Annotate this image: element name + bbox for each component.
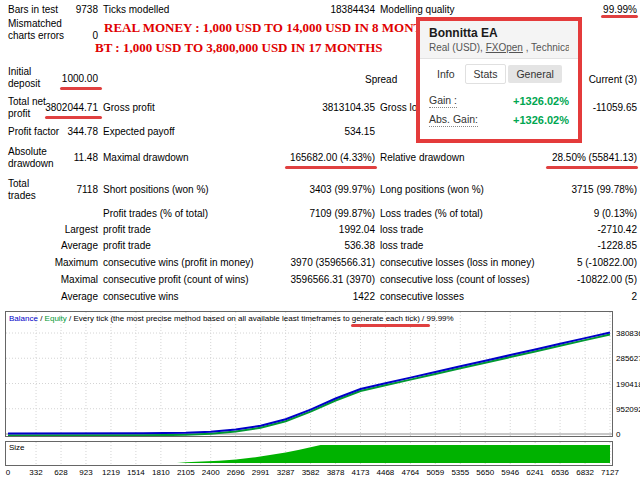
tab-general[interactable]: General <box>508 65 561 83</box>
stat-value-max-consec-profit: 3596566.31 (3970) <box>290 274 375 285</box>
stat-value-initial-deposit: 1000.00 <box>62 73 98 84</box>
stat-label-spread: Spread <box>365 74 397 85</box>
stat-value-relative-drawdown: 28.50% (55841.13) <box>552 152 637 163</box>
x-axis-label: 923 <box>79 468 92 477</box>
x-axis-label: 628 <box>54 468 67 477</box>
stat-label-max-consec-loss: consecutive loss (count of losses) <box>380 274 530 285</box>
x-axis-label: 4173 <box>352 468 370 477</box>
gain-row: Gain : +1326.02% <box>429 94 569 108</box>
stat-label-avg: Average <box>61 291 98 302</box>
stat-label-average-loss: loss trade <box>380 240 423 251</box>
x-axis-label: 6832 <box>576 468 594 477</box>
lot-size-plot <box>6 442 612 465</box>
stat-value-spread-current: Current (3) <box>589 74 637 85</box>
widget-body: Gain : +1326.02% Abs. Gain: +1326.02% <box>420 84 578 127</box>
stat-label-largest-profit: profit trade <box>103 224 151 235</box>
x-axis-label: 4764 <box>401 468 419 477</box>
stat-value-loss-trades: 9 (0.13%) <box>594 208 637 219</box>
tab-stats[interactable]: Stats <box>465 64 507 84</box>
stat-value-long-positions: 3715 (99.78%) <box>571 184 637 195</box>
widget-tabs: Info Stats General <box>420 59 578 84</box>
stat-label-modelling-quality: Modelling quality <box>380 4 455 15</box>
abs-gain-value: +1326.02% <box>513 114 569 126</box>
stat-value-total-trades: 7118 <box>76 184 98 195</box>
abs-gain-label[interactable]: Abs. Gain: <box>429 113 478 127</box>
stat-label-gross-profit: Gross profit <box>103 102 155 113</box>
legend-method: / Every tick (the most precise method ba… <box>67 314 454 323</box>
x-axis-label: 5059 <box>426 468 444 477</box>
annotation-real-money: REAL MONEY : 1,000 USD TO 14,000 USD IN … <box>104 20 440 36</box>
stat-label-bars-in-test: Bars in test <box>8 4 72 16</box>
x-axis-label: 332 <box>29 468 42 477</box>
y-axis-label: 1904183 <box>616 380 640 389</box>
stat-label-long-positions: Long positions (won %) <box>380 184 484 195</box>
gain-label[interactable]: Gain : <box>429 94 457 108</box>
y-axis-label: 3808366 <box>616 329 640 338</box>
stat-value-max-consec-losses: 5 (-10822.00) <box>577 257 637 268</box>
balance-line <box>8 333 610 434</box>
stat-label-maximum: Maximum <box>55 257 98 268</box>
broker-link[interactable]: FXOpen <box>486 42 523 53</box>
stat-label-relative-drawdown: Relative drawdown <box>380 152 465 163</box>
stat-value-total-net-profit: 3802044.71 <box>45 102 98 113</box>
myfxbook-widget: Bonnitta EA Real (USD), FXOpen , Technic… <box>416 17 582 143</box>
stat-label-profit-trades: Profit trades (% of total) <box>103 208 208 219</box>
red-underline-legend <box>351 324 430 327</box>
stat-label-max-consec-wins: consecutive wins (profit in money) <box>103 257 254 268</box>
stat-value-bars-in-test: 9738 <box>76 4 98 15</box>
x-axis-label: 2105 <box>177 468 195 477</box>
legend-sep: / <box>38 314 45 323</box>
stat-value-profit-trades: 7109 (99.87%) <box>309 208 375 219</box>
tab-info[interactable]: Info <box>429 65 463 83</box>
strategy-tester-report: Bars in test 9738 Ticks modelled 1838443… <box>0 0 640 480</box>
chart-legend: Balance / Equity / Every tick (the most … <box>9 314 454 323</box>
stat-label-average: Average <box>61 240 98 251</box>
x-axis-label: 3582 <box>302 468 320 477</box>
annotation-backtest: BT : 1,000 USD TO 3,800,000 USD IN 17 MO… <box>95 40 383 56</box>
x-axis-label: 7127 <box>601 468 619 477</box>
stat-label-absolute-drawdown: Absolute drawdown <box>8 146 58 170</box>
stat-value-modelling-quality: 99.99% <box>603 4 637 15</box>
x-axis-label: 2400 <box>202 468 220 477</box>
x-axis-label: 5355 <box>451 468 469 477</box>
stat-value-ticks-modelled: 18384434 <box>331 4 376 15</box>
stat-value-largest-profit: 1992.04 <box>339 224 375 235</box>
stat-label-max-consec-profit: consecutive profit (count of wins) <box>103 274 249 285</box>
x-axis-label: 6536 <box>551 468 569 477</box>
gain-value: +1326.02% <box>513 95 569 107</box>
x-axis-label: 0 <box>6 468 10 477</box>
stat-label-largest-loss: loss trade <box>380 224 423 235</box>
red-underline-total-net-profit <box>45 116 102 119</box>
lot-size-area <box>8 445 610 463</box>
equity-line <box>8 335 610 436</box>
stat-label-avg-consec-losses: consecutive losses <box>380 291 464 302</box>
x-axis-label: 1219 <box>102 468 120 477</box>
x-axis-label: 5946 <box>501 468 519 477</box>
legend-balance: Balance <box>9 314 38 323</box>
stat-label-loss-trades: Loss trades (% of total) <box>380 208 483 219</box>
balance-chart-plot <box>6 312 612 436</box>
balance-chart <box>5 311 613 437</box>
widget-subtitle: Real (USD), FXOpen , Technical , Auto <box>429 42 569 53</box>
stat-value-average-profit: 536.38 <box>344 240 375 251</box>
x-axis-label: 1514 <box>127 468 145 477</box>
y-axis-label: 952092 <box>616 405 640 414</box>
stat-value-absolute-drawdown: 11.48 <box>74 152 98 163</box>
widget-title: Bonnitta EA <box>429 26 569 40</box>
x-axis-label: 1810 <box>152 468 170 477</box>
red-underline-modelling-quality <box>601 15 638 18</box>
stat-value-short-positions: 3403 (99.97%) <box>309 184 375 195</box>
stat-label-maximal: Maximal <box>61 274 98 285</box>
stat-label-total-trades: Total trades <box>8 178 52 202</box>
stat-label-largest: Largest <box>65 224 98 235</box>
widget-header: Bonnitta EA Real (USD), FXOpen , Technic… <box>420 21 578 59</box>
stat-value-max-consec-wins: 3970 (3596566.31) <box>290 257 375 268</box>
stat-label-short-positions: Short positions (won %) <box>103 184 209 195</box>
abs-gain-row: Abs. Gain: +1326.02% <box>429 113 569 127</box>
stat-label-maximal-drawdown: Maximal drawdown <box>103 152 189 163</box>
x-axis-label: 5650 <box>476 468 494 477</box>
stat-value-expected-payoff: 534.15 <box>344 126 375 137</box>
stat-value-maximal-drawdown: 165682.00 (4.33%) <box>290 152 375 163</box>
x-axis-label: 2696 <box>227 468 245 477</box>
red-underline-initial-deposit <box>60 87 102 90</box>
